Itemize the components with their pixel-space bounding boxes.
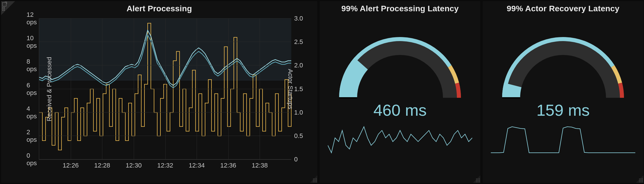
panel-recovery-latency: 99% Actor Recovery Latency 159 ms [483, 1, 643, 183]
gauge-value: 159 ms [483, 101, 643, 119]
sparkline [491, 121, 635, 156]
x-tick: 12:26 [63, 159, 79, 169]
y-left-tick: 12 ops [27, 11, 39, 26]
y-right-tick: 1.0 [291, 109, 303, 116]
y-right-tick: 1.5 [291, 85, 303, 93]
y-left-axis-label: Received & Processed [46, 57, 53, 121]
y-left-tick: 4 ops [27, 105, 39, 120]
drag-handle-icon[interactable] [2, 7, 6, 11]
x-tick: 12:30 [126, 159, 142, 169]
y-left-tick: 2 ops [27, 128, 39, 143]
gauge: 460 ms [320, 20, 480, 167]
sparkline [328, 121, 472, 156]
chart-area[interactable]: Received & Processed Actor Startups 0 op… [7, 16, 312, 172]
x-tick: 12:36 [220, 159, 236, 169]
gauge: 159 ms [483, 20, 643, 167]
x-tick: 12:34 [189, 159, 205, 169]
y-right-tick: 3.0 [291, 15, 303, 22]
y-right-tick: 2.5 [291, 38, 303, 46]
panel-title: 99% Alert Processing Latency [320, 1, 480, 13]
x-tick: 12:38 [252, 159, 268, 169]
panel-alert-processing: Alert Processing Received & Processed Ac… [1, 1, 317, 183]
y-right-tick: 2.0 [291, 62, 303, 69]
y-left-tick: 10 ops [27, 34, 39, 49]
dashboard-row: Alert Processing Received & Processed Ac… [0, 0, 644, 184]
y-left-tick: 0 ops [27, 152, 39, 167]
y-left-tick: 8 ops [27, 58, 39, 73]
panel-alert-latency: 99% Alert Processing Latency 460 ms [320, 1, 480, 183]
popout-icon[interactable] [2, 2, 6, 6]
resize-handle[interactable] [636, 175, 643, 183]
x-tick: 12:28 [94, 159, 110, 169]
x-tick: 12:32 [157, 159, 173, 169]
chart-plot[interactable]: Received & Processed Actor Startups 0 op… [39, 19, 291, 160]
resize-handle[interactable] [310, 175, 317, 183]
panel-title: 99% Actor Recovery Latency [483, 1, 643, 13]
resize-handle[interactable] [473, 175, 480, 183]
y-left-tick: 6 ops [27, 82, 39, 97]
gauge-value: 460 ms [320, 101, 480, 119]
gauge-svg [328, 20, 473, 106]
y-right-tick: 0.5 [291, 132, 303, 140]
panel-menu-corner[interactable] [1, 1, 15, 15]
panel-title: Alert Processing [1, 1, 317, 13]
gauge-svg [491, 20, 636, 106]
y-right-tick: 0 [291, 156, 298, 163]
